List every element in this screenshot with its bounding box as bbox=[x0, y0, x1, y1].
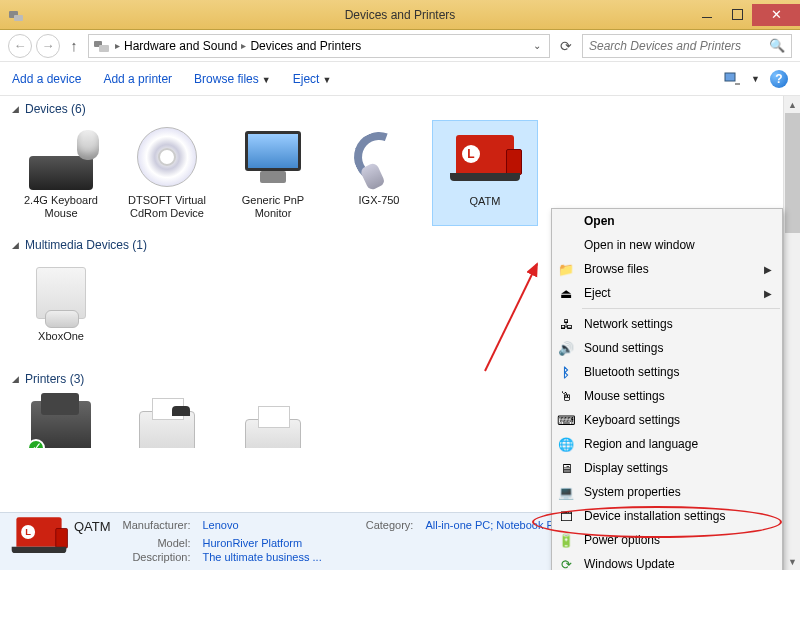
vertical-scrollbar[interactable]: ▲ ▼ bbox=[783, 96, 800, 570]
menu-sound-settings[interactable]: 🔊Sound settings bbox=[552, 336, 782, 360]
device-label: QATM bbox=[437, 195, 533, 221]
device-item-keyboard-mouse[interactable]: 2.4G Keyboard Mouse bbox=[8, 120, 114, 226]
device-label: IGX-750 bbox=[330, 194, 428, 220]
details-category-label: Category: bbox=[366, 519, 424, 535]
view-options-button[interactable] bbox=[723, 70, 741, 88]
monitor-icon bbox=[238, 124, 308, 190]
scroll-up-button[interactable]: ▲ bbox=[784, 96, 800, 113]
menu-eject[interactable]: ⏏Eject▶ bbox=[552, 281, 782, 305]
device-install-icon: 🗔 bbox=[556, 508, 576, 524]
menu-open[interactable]: Open bbox=[552, 209, 782, 233]
keyboard-mouse-icon bbox=[26, 124, 96, 190]
minimize-button[interactable] bbox=[692, 4, 722, 26]
details-manufacturer: Lenovo bbox=[202, 519, 331, 535]
update-icon: ⟳ bbox=[556, 556, 576, 570]
globe-icon: 🌐 bbox=[556, 436, 576, 452]
printer-item-canon[interactable]: Canon MF210 bbox=[8, 390, 114, 442]
menu-display-settings[interactable]: 🖥Display settings bbox=[552, 456, 782, 480]
device-item-cdrom[interactable]: DTSOFT Virtual CdRom Device bbox=[114, 120, 220, 226]
menu-system-properties[interactable]: 💻System properties bbox=[552, 480, 782, 504]
svg-rect-3 bbox=[99, 45, 109, 52]
network-icon: 🖧 bbox=[556, 316, 576, 332]
view-options-caret[interactable]: ▼ bbox=[751, 74, 760, 84]
device-item-xbox[interactable]: XboxOne bbox=[8, 256, 114, 360]
section-multimedia-title: Multimedia Devices (1) bbox=[25, 238, 147, 252]
device-label: XboxOne bbox=[12, 330, 110, 356]
keyboard-icon: ⌨ bbox=[556, 412, 576, 428]
maximize-button[interactable] bbox=[722, 4, 752, 26]
search-box[interactable]: 🔍 bbox=[582, 34, 792, 58]
xbox-icon bbox=[26, 260, 96, 326]
printer-icon bbox=[238, 394, 308, 448]
close-button[interactable]: ✕ bbox=[752, 4, 800, 26]
menu-windows-update[interactable]: ⟳Windows Update bbox=[552, 552, 782, 570]
breadcrumb-seg-devices[interactable]: Devices and Printers bbox=[250, 39, 361, 53]
breadcrumb-separator: ▸ bbox=[115, 40, 120, 51]
add-printer-button[interactable]: Add a printer bbox=[103, 72, 172, 86]
sound-icon: 🔊 bbox=[556, 340, 576, 356]
cdrom-icon bbox=[132, 124, 202, 190]
help-button[interactable]: ? bbox=[770, 70, 788, 88]
scroll-down-button[interactable]: ▼ bbox=[784, 553, 800, 570]
eject-icon: ⏏ bbox=[556, 285, 576, 301]
section-devices[interactable]: ◢ Devices (6) bbox=[0, 96, 800, 118]
menu-network-settings[interactable]: 🖧Network settings bbox=[552, 312, 782, 336]
device-item-qatm[interactable]: QATM bbox=[432, 120, 538, 226]
svg-rect-1 bbox=[14, 15, 23, 21]
device-item-monitor[interactable]: Generic PnP Monitor bbox=[220, 120, 326, 226]
printer-item-xps[interactable]: Microsoft XPS bbox=[220, 390, 326, 442]
device-label: DTSOFT Virtual CdRom Device bbox=[118, 194, 216, 220]
up-button[interactable]: ↑ bbox=[64, 37, 84, 54]
window-title: Devices and Printers bbox=[345, 8, 456, 22]
search-input[interactable] bbox=[589, 39, 769, 53]
menu-mouse-settings[interactable]: 🖱Mouse settings bbox=[552, 384, 782, 408]
details-model-label: Model: bbox=[123, 537, 201, 550]
submenu-arrow-icon: ▶ bbox=[764, 264, 772, 275]
menu-bluetooth-settings[interactable]: ᛒBluetooth settings bbox=[552, 360, 782, 384]
add-device-button[interactable]: Add a device bbox=[12, 72, 81, 86]
laptop-icon bbox=[450, 125, 520, 191]
printer-item-fax[interactable]: Fax bbox=[114, 390, 220, 442]
menu-region-language[interactable]: 🌐Region and language bbox=[552, 432, 782, 456]
submenu-arrow-icon: ▶ bbox=[764, 288, 772, 299]
menu-separator bbox=[582, 308, 780, 309]
navigation-bar: ← → ↑ ▸ Hardware and Sound ▸ Devices and… bbox=[0, 30, 800, 62]
collapse-icon: ◢ bbox=[12, 240, 19, 250]
section-printers-title: Printers (3) bbox=[25, 372, 84, 386]
menu-device-installation-settings[interactable]: 🗔Device installation settings bbox=[552, 504, 782, 528]
section-devices-title: Devices (6) bbox=[25, 102, 86, 116]
system-icon: 💻 bbox=[556, 484, 576, 500]
display-icon: 🖥 bbox=[556, 460, 576, 476]
location-icon bbox=[93, 38, 111, 54]
titlebar: Devices and Printers ✕ bbox=[0, 0, 800, 30]
details-description-label: Description: bbox=[123, 551, 201, 564]
content-pane: ◢ Devices (6) 2.4G Keyboard Mouse DTSOFT… bbox=[0, 96, 800, 570]
device-label: 2.4G Keyboard Mouse bbox=[12, 194, 110, 220]
menu-open-new-window[interactable]: Open in new window bbox=[552, 233, 782, 257]
refresh-button[interactable]: ⟳ bbox=[554, 38, 578, 54]
eject-button[interactable]: Eject▼ bbox=[293, 72, 332, 86]
device-item-headset[interactable]: IGX-750 bbox=[326, 120, 432, 226]
multifunction-printer-icon bbox=[26, 394, 96, 448]
forward-button[interactable]: → bbox=[36, 34, 60, 58]
details-description: The ultimate business ... bbox=[202, 551, 331, 564]
menu-keyboard-settings[interactable]: ⌨Keyboard settings bbox=[552, 408, 782, 432]
headset-icon bbox=[344, 124, 414, 190]
fax-icon bbox=[132, 394, 202, 448]
svg-rect-4 bbox=[725, 73, 735, 81]
menu-browse-files[interactable]: 📁Browse files▶ bbox=[552, 257, 782, 281]
collapse-icon: ◢ bbox=[12, 374, 19, 384]
folder-icon: 📁 bbox=[556, 261, 576, 277]
back-button[interactable]: ← bbox=[8, 34, 32, 58]
context-menu: Open Open in new window 📁Browse files▶ ⏏… bbox=[551, 208, 783, 570]
scroll-thumb[interactable] bbox=[785, 113, 800, 233]
menu-power-options[interactable]: 🔋Power options bbox=[552, 528, 782, 552]
details-name: QATM bbox=[74, 519, 121, 535]
browse-files-button[interactable]: Browse files▼ bbox=[194, 72, 271, 86]
breadcrumb-dropdown[interactable]: ⌄ bbox=[529, 40, 545, 51]
power-icon: 🔋 bbox=[556, 532, 576, 548]
collapse-icon: ◢ bbox=[12, 104, 19, 114]
bluetooth-icon: ᛒ bbox=[556, 364, 576, 380]
breadcrumb[interactable]: ▸ Hardware and Sound ▸ Devices and Print… bbox=[88, 34, 550, 58]
breadcrumb-seg-hardware[interactable]: Hardware and Sound bbox=[124, 39, 237, 53]
